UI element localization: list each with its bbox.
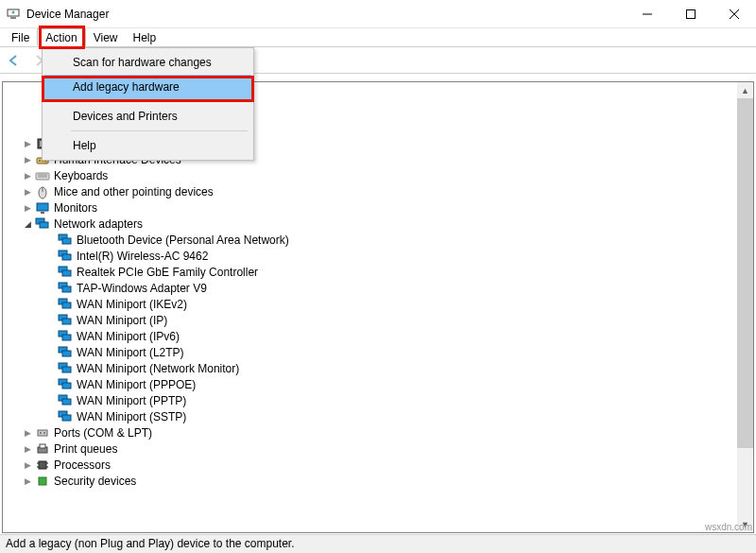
app-icon	[6, 7, 21, 22]
tree-label: Processors	[54, 458, 111, 472]
svg-rect-35	[62, 335, 71, 340]
menu-help[interactable]: Help	[126, 28, 164, 46]
tree-label: Realtek PCIe GbE Family Controller	[77, 266, 258, 279]
security-icon	[35, 474, 50, 489]
svg-rect-31	[62, 302, 71, 308]
chevron-right-icon[interactable]: ▶	[22, 171, 33, 181]
tree-label: WAN Miniport (IPv6)	[77, 330, 180, 343]
tree-network-child[interactable]: ▶WAN Miniport (IPv6)	[3, 328, 739, 344]
tree-label: Print queues	[54, 442, 117, 456]
maximize-button[interactable]	[669, 0, 713, 28]
window-title: Device Manager	[26, 8, 109, 21]
tree-network-child[interactable]: ▶Bluetooth Device (Personal Area Network…	[3, 232, 739, 248]
svg-point-48	[43, 432, 45, 434]
chevron-right-icon[interactable]: ▶	[22, 460, 33, 470]
svg-rect-27	[62, 270, 71, 276]
svg-rect-1	[10, 17, 16, 19]
minimize-button[interactable]	[626, 0, 669, 28]
window-controls	[626, 0, 756, 28]
menu-add-legacy-hardware[interactable]: Add legacy hardware	[44, 75, 251, 99]
tree-security-devices[interactable]: ▶ Security devices	[3, 473, 739, 489]
watermark: wsxdn.com	[705, 522, 752, 532]
dropdown-separator	[71, 101, 248, 102]
tree-processors[interactable]: ▶ Processors	[3, 457, 739, 473]
svg-rect-23	[62, 238, 71, 244]
menu-devices-and-printers[interactable]: Devices and Printers	[44, 104, 251, 129]
network-adapter-icon	[58, 297, 73, 312]
network-adapter-icon	[58, 377, 73, 392]
network-adapter-icon	[58, 249, 73, 264]
network-adapter-icon	[58, 265, 73, 280]
svg-rect-29	[62, 286, 71, 292]
network-adapter-icon	[58, 361, 73, 376]
svg-point-47	[40, 432, 42, 434]
tree-network-child[interactable]: ▶WAN Miniport (Network Monitor)	[3, 360, 739, 376]
back-button[interactable]	[4, 50, 25, 71]
svg-rect-37	[62, 351, 71, 356]
menu-help[interactable]: Help	[44, 133, 251, 158]
tree-network-child[interactable]: ▶TAP-Windows Adapter V9	[3, 280, 739, 296]
menu-action[interactable]: Action	[37, 28, 85, 46]
menubar: File Action View Help	[0, 28, 756, 47]
tree-print-queues[interactable]: ▶ Print queues	[3, 441, 739, 457]
svg-rect-45	[62, 415, 71, 421]
tree-label: Monitors	[54, 201, 97, 215]
tree-network-child[interactable]: ▶WAN Miniport (PPPOE)	[3, 376, 739, 392]
tree-label: Security devices	[54, 475, 136, 488]
tree-ports[interactable]: ▶ Ports (COM & LPT)	[3, 424, 739, 441]
printer-icon	[35, 441, 50, 457]
chevron-right-icon[interactable]: ▶	[22, 476, 33, 486]
close-button[interactable]	[713, 0, 756, 28]
chevron-down-icon[interactable]: ◢	[22, 219, 33, 229]
tree-network-child[interactable]: ▶Intel(R) Wireless-AC 9462	[3, 248, 739, 264]
svg-point-2	[12, 10, 15, 13]
network-icon	[35, 216, 50, 232]
statusbar: Add a legacy (non Plug and Play) device …	[0, 534, 756, 553]
svg-rect-33	[62, 319, 71, 324]
tree-keyboards[interactable]: ▶ Keyboards	[3, 167, 739, 183]
monitor-icon	[35, 200, 50, 216]
tree-network-child[interactable]: ▶WAN Miniport (SSTP)	[3, 408, 739, 424]
tree-mice[interactable]: ▶ Mice and other pointing devices	[3, 183, 739, 199]
titlebar: Device Manager	[0, 0, 756, 28]
menu-scan-hardware[interactable]: Scan for hardware changes	[44, 50, 251, 75]
dropdown-separator	[71, 130, 248, 131]
keyboard-icon	[35, 168, 50, 183]
menu-file[interactable]: File	[4, 28, 37, 46]
menu-view[interactable]: View	[86, 28, 126, 46]
network-adapter-icon	[58, 345, 73, 360]
scroll-up-button[interactable]: ▲	[737, 82, 753, 98]
action-dropdown: Scan for hardware changes Add legacy har…	[42, 47, 254, 161]
tree-label: Mice and other pointing devices	[54, 185, 214, 199]
tree-monitors[interactable]: ▶ Monitors	[3, 199, 739, 216]
tree-label: TAP-Windows Adapter V9	[77, 282, 207, 295]
network-adapter-icon	[58, 393, 73, 408]
chevron-right-icon[interactable]: ▶	[22, 155, 33, 164]
tree-label: Intel(R) Wireless-AC 9462	[77, 250, 208, 263]
svg-rect-19	[41, 212, 44, 214]
tree-label: WAN Miniport (IKEv2)	[77, 298, 187, 311]
tree-network-child[interactable]: ▶WAN Miniport (IKEv2)	[3, 296, 739, 312]
tree-network-adapters[interactable]: ◢ Network adapters	[3, 216, 739, 232]
network-adapter-icon	[58, 281, 73, 296]
tree-network-child[interactable]: ▶WAN Miniport (L2TP)	[3, 344, 739, 360]
svg-point-10	[39, 160, 41, 162]
scroll-thumb[interactable]	[737, 98, 753, 448]
tree-label: WAN Miniport (PPPOE)	[77, 378, 196, 391]
vertical-scrollbar[interactable]: ▲ ▼	[737, 82, 753, 532]
status-text: Add a legacy (non Plug and Play) device …	[6, 537, 295, 550]
svg-rect-41	[62, 383, 71, 389]
svg-rect-4	[687, 10, 696, 19]
chevron-right-icon[interactable]: ▶	[22, 139, 33, 148]
network-adapter-icon	[58, 409, 73, 424]
chevron-right-icon[interactable]: ▶	[22, 444, 33, 454]
tree-network-child[interactable]: ▶WAN Miniport (PPTP)	[3, 392, 739, 408]
tree-network-child[interactable]: ▶Realtek PCIe GbE Family Controller	[3, 264, 739, 280]
tree-network-child[interactable]: ▶WAN Miniport (IP)	[3, 312, 739, 328]
svg-rect-50	[40, 444, 45, 448]
chevron-right-icon[interactable]: ▶	[22, 203, 33, 213]
tree-label: WAN Miniport (IP)	[77, 314, 167, 327]
network-adapter-icon	[58, 313, 73, 328]
chevron-right-icon[interactable]: ▶	[22, 428, 33, 438]
chevron-right-icon[interactable]: ▶	[22, 187, 33, 197]
